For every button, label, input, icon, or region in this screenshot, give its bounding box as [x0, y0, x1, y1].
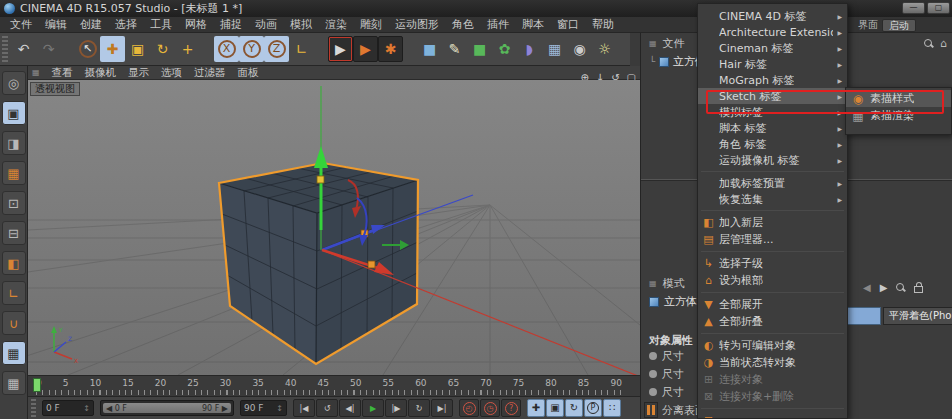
viewport-menu-item[interactable]: 选项 [161, 66, 182, 80]
context-menu-item[interactable]: ▤ 层管理器... [698, 231, 847, 248]
timeline-ruler[interactable]: 051015202530354045505560657075808590 [28, 375, 640, 397]
context-menu-item[interactable]: ⊞ 连接对象 [698, 371, 847, 388]
max-frame-field[interactable]: 90 F ↕ [240, 400, 287, 416]
menu-item[interactable]: 工具 [150, 17, 172, 32]
context-menu-item[interactable]: ◑ 当前状态转对象 [698, 354, 847, 371]
viewport-menu-item[interactable]: 过滤器 [194, 66, 226, 80]
record-keyframe-button[interactable]: ◴ [459, 399, 479, 417]
keyframe-dot-icon[interactable] [649, 352, 657, 360]
toolbar-drag-handle[interactable] [2, 36, 8, 62]
viewport-menu-handle-icon[interactable]: ▦ [32, 68, 40, 77]
add-light-button[interactable]: ☼ [592, 36, 617, 62]
menu-item[interactable]: 窗口 [557, 17, 579, 32]
last-tool-button[interactable]: + [175, 36, 200, 62]
context-menu-item[interactable] [701, 333, 844, 334]
menu-item[interactable]: 选择 [115, 17, 137, 32]
menu-item[interactable]: 创建 [80, 17, 102, 32]
key-point-level-button[interactable]: ∷ [603, 399, 621, 417]
context-menu-item[interactable]: Hair 标签 [698, 56, 847, 72]
menu-item[interactable]: 帮助 [592, 17, 614, 32]
texture-mode-button[interactable]: ◨ [2, 131, 26, 155]
context-menu-item[interactable]: MoGraph 标签 [698, 72, 847, 88]
render-view-button[interactable]: ▶ [328, 36, 353, 62]
context-menu-item[interactable]: ⊠ 连接对象+删除 [698, 388, 847, 405]
mograph-cloner-button[interactable]: ✿ [492, 36, 517, 62]
menu-item[interactable]: 模拟 [290, 17, 312, 32]
x-axis-lock-button[interactable]: X [214, 36, 239, 62]
menu-item[interactable]: 捕捉 [220, 17, 242, 32]
context-menu-item[interactable] [701, 251, 844, 252]
coordinate-system-button[interactable]: ∟ [289, 36, 314, 62]
spline-pen-button[interactable]: ✎ [442, 36, 467, 62]
redo-button[interactable]: ↷ [36, 36, 61, 62]
menu-item[interactable]: 渲染 [325, 17, 347, 32]
render-picture-viewer-button[interactable]: ▶ [353, 36, 378, 62]
context-menu-item[interactable]: ▼ 全部展开 [698, 296, 847, 313]
phong-tag-swatch[interactable] [847, 307, 881, 325]
attribute-manager-menu[interactable]: 模式 [663, 276, 685, 291]
menu-item[interactable]: 运动图形 [395, 17, 439, 32]
previous-frame-button[interactable]: ◀| [339, 399, 361, 417]
preview-range-slider[interactable]: ◀ 0 F 90 F ▶ [100, 400, 234, 416]
texture-paint-mode-button[interactable]: ◎ [2, 71, 26, 95]
search-icon[interactable] [924, 39, 933, 48]
viewport-menu-item[interactable]: 显示 [128, 66, 149, 80]
context-menu-item[interactable]: ⌂ 设为根部 [698, 272, 847, 289]
preview-range-bar[interactable]: ◀ 0 F 90 F ▶ [103, 403, 231, 413]
add-cube-button[interactable]: ■ [417, 36, 442, 62]
keyframe-dot-icon[interactable] [649, 388, 657, 396]
points-mode-button[interactable]: ⊡ [2, 191, 26, 215]
workplane-snap-button[interactable]: ▦ [2, 371, 26, 395]
context-menu-item[interactable]: ▲ 全部折叠 [698, 313, 847, 330]
vertical-bars-icon[interactable] [644, 402, 658, 418]
timeline-playhead[interactable] [33, 378, 41, 392]
render-settings-button[interactable]: ✱ [378, 36, 403, 62]
keyframe-dot-icon[interactable] [649, 370, 657, 378]
menu-item[interactable]: 动画 [255, 17, 277, 32]
model-mode-button[interactable]: ▣ [2, 101, 26, 125]
environment-button[interactable]: ▦ [542, 36, 567, 62]
viewport-canvas[interactable]: Y X Z [28, 80, 640, 375]
submenu-item[interactable]: ▦ 素描渲染 [846, 107, 951, 124]
transport-drag-handle[interactable] [31, 399, 36, 417]
object-manager-handle-icon[interactable]: ▦ [649, 39, 657, 48]
key-parameter-button[interactable]: P [584, 399, 602, 417]
context-menu-item[interactable]: ◧ 加入新层 [698, 214, 847, 231]
add-deformer-button[interactable]: ◗ [517, 36, 542, 62]
current-frame-field[interactable]: 0 F ↕ [42, 400, 94, 416]
home-icon[interactable]: ⌂ [940, 38, 947, 49]
context-menu-item[interactable]: Architecture Extension Kit 标签 [698, 24, 847, 40]
viewport-menu-item[interactable]: 查看 [52, 66, 73, 80]
scale-button[interactable]: ▣ [125, 36, 150, 62]
context-menu-item[interactable]: ◐ 转为可编辑对象 [698, 337, 847, 354]
autokey-button[interactable]: ◷ [480, 399, 500, 417]
maximize-button[interactable]: ▢ [927, 2, 950, 14]
context-menu-item[interactable]: CINEMA 4D 标签 [698, 8, 847, 24]
history-back-icon[interactable]: ◀ [863, 283, 871, 293]
attribute-manager-handle-icon[interactable]: ▦ [649, 279, 657, 288]
edges-mode-button[interactable]: ⊟ [2, 221, 26, 245]
key-rotation-button[interactable]: ↻ [565, 399, 583, 417]
menu-item[interactable]: 角色 [452, 17, 474, 32]
context-menu-item[interactable] [701, 292, 844, 293]
menu-item[interactable]: 网格 [185, 17, 207, 32]
add-camera-button[interactable]: ◉ [567, 36, 592, 62]
menu-item[interactable]: 编辑 [45, 17, 67, 32]
z-axis-lock-button[interactable]: Z [264, 36, 289, 62]
axis-mode-button[interactable]: ∟ [2, 281, 26, 305]
goto-end-button[interactable]: ▶| [431, 399, 453, 417]
context-menu-item[interactable]: 运动摄像机 标签 [698, 152, 847, 168]
goto-start-button[interactable]: |◀ [293, 399, 315, 417]
snap-button[interactable]: ∪ [2, 311, 26, 335]
menu-item[interactable]: 脚本 [522, 17, 544, 32]
context-menu-item[interactable]: 恢复选集 [698, 191, 847, 207]
workplane-mode-button[interactable]: ▦ [2, 161, 26, 185]
context-menu-item[interactable]: 模拟标签 [698, 104, 847, 120]
history-forward-icon[interactable]: ▶ [880, 283, 888, 293]
context-menu-item[interactable]: Cineman 标签 [698, 40, 847, 56]
play-loop-button[interactable]: ↻ [408, 399, 430, 417]
key-position-button[interactable]: ✚ [527, 399, 545, 417]
add-generator-button[interactable]: ■ [467, 36, 492, 62]
move-button[interactable]: ✚ [100, 36, 125, 62]
context-menu-item[interactable] [701, 171, 844, 172]
